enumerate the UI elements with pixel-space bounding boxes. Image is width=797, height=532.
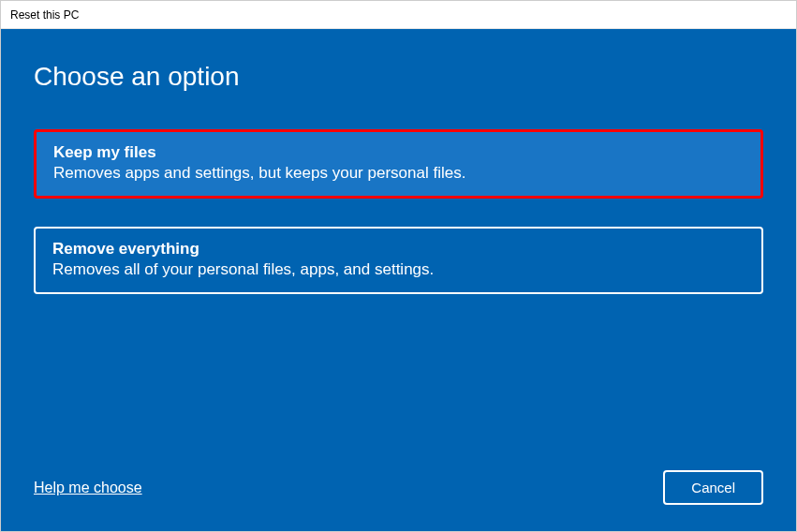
option-description: Removes apps and settings, but keeps you… (53, 164, 744, 183)
content-area: Choose an option Keep my files Removes a… (1, 29, 796, 531)
footer: Help me choose Cancel (34, 470, 763, 505)
window-title: Reset this PC (10, 8, 79, 22)
option-remove-everything[interactable]: Remove everything Removes all of your pe… (34, 227, 763, 294)
option-title: Keep my files (53, 143, 744, 162)
help-me-choose-link[interactable]: Help me choose (34, 480, 142, 496)
option-description: Removes all of your personal files, apps… (52, 260, 745, 279)
page-heading: Choose an option (34, 62, 763, 92)
option-keep-my-files[interactable]: Keep my files Removes apps and settings,… (34, 129, 763, 199)
cancel-button[interactable]: Cancel (663, 470, 763, 505)
reset-pc-window: Reset this PC Choose an option Keep my f… (0, 0, 797, 532)
option-title: Remove everything (52, 240, 745, 259)
title-bar: Reset this PC (1, 1, 796, 29)
